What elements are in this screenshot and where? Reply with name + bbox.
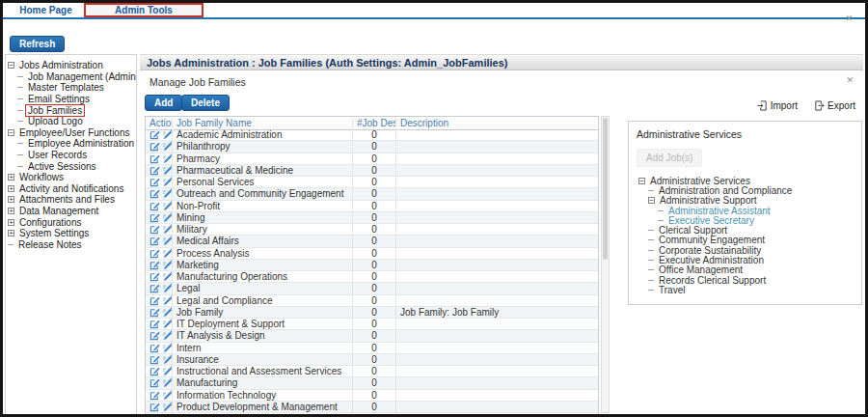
- table-row[interactable]: Non-Profit 0: [146, 201, 598, 212]
- tree-item-label[interactable]: Employee/User Functions: [17, 127, 132, 138]
- edit-icon[interactable]: [149, 141, 160, 152]
- edit-icon[interactable]: [149, 330, 160, 341]
- edit-icon[interactable]: [149, 212, 160, 223]
- tree-item-label[interactable]: Configurations: [17, 217, 83, 228]
- tree-item[interactable]: + Activity and Notifications: [6, 183, 136, 195]
- add-button[interactable]: Add: [145, 95, 182, 111]
- edit-description-icon[interactable]: [162, 141, 172, 152]
- tree-item-label[interactable]: Jobs Administration: [17, 60, 105, 70]
- edit-description-icon[interactable]: [162, 212, 172, 223]
- edit-description-icon[interactable]: [162, 295, 172, 306]
- edit-description-icon[interactable]: [162, 224, 172, 235]
- table-row[interactable]: Intern 0: [146, 343, 598, 354]
- tree-item-label[interactable]: Job Families: [26, 105, 84, 116]
- add-jobs-button[interactable]: Add Job(s): [637, 149, 702, 167]
- tree-expand-icon[interactable]: [648, 280, 654, 281]
- edit-icon[interactable]: [149, 165, 160, 176]
- tree-expand-icon[interactable]: [648, 260, 654, 261]
- refresh-button[interactable]: Refresh: [10, 36, 65, 52]
- tree-item[interactable]: + System Settings: [6, 228, 136, 239]
- tree-item-label[interactable]: System Settings: [17, 228, 91, 238]
- tree-expand-icon[interactable]: [648, 239, 654, 240]
- tree-item-label[interactable]: Data Management: [17, 206, 100, 216]
- edit-icon[interactable]: [149, 377, 160, 388]
- table-row[interactable]: IT Analysis & Design 0: [146, 330, 598, 342]
- delete-button[interactable]: Delete: [181, 95, 230, 111]
- edit-description-icon[interactable]: [162, 260, 172, 270]
- edit-description-icon[interactable]: [162, 390, 172, 401]
- tree-item[interactable]: Corporate Sustainability: [637, 245, 854, 255]
- edit-icon[interactable]: [149, 319, 160, 329]
- tree-expand-icon[interactable]: [648, 230, 654, 231]
- tree-item[interactable]: Release Notes: [6, 239, 136, 251]
- tree-expand-icon[interactable]: [17, 98, 23, 99]
- table-row[interactable]: Instructional and Assessment Services 0: [146, 366, 598, 377]
- window-close-icon[interactable]: ✕: [845, 14, 853, 23]
- tree-expand-icon[interactable]: [17, 166, 23, 167]
- export-link[interactable]: Export: [814, 100, 855, 111]
- edit-description-icon[interactable]: [162, 188, 172, 199]
- tree-expand-icon[interactable]: −: [648, 197, 655, 204]
- scrollbar-thumb[interactable]: [603, 118, 608, 260]
- edit-description-icon[interactable]: [162, 129, 172, 140]
- edit-icon[interactable]: [149, 295, 160, 306]
- tree-item[interactable]: Upload Logo: [6, 116, 136, 127]
- tree-expand-icon[interactable]: +: [8, 208, 14, 214]
- table-row[interactable]: Legal and Compliance 0: [146, 295, 598, 307]
- tree-item[interactable]: Job Families: [6, 104, 136, 116]
- table-row[interactable]: Insurance 0: [146, 354, 598, 366]
- import-link[interactable]: Import: [757, 100, 798, 111]
- tree-expand-icon[interactable]: +: [8, 219, 14, 226]
- tree-item[interactable]: Office Management: [637, 265, 854, 275]
- edit-description-icon[interactable]: [162, 330, 172, 341]
- tree-expand-icon[interactable]: −: [8, 62, 14, 69]
- tree-item-label[interactable]: Travel: [657, 285, 687, 295]
- table-row[interactable]: Medical Affairs 0: [146, 236, 598, 247]
- table-row[interactable]: Legal 0: [146, 283, 598, 294]
- table-row[interactable]: Philanthropy 0: [146, 141, 598, 153]
- edit-icon[interactable]: [149, 260, 160, 270]
- edit-description-icon[interactable]: [162, 307, 172, 318]
- tree-item[interactable]: − Jobs Administration: [6, 60, 136, 71]
- tree-expand-icon[interactable]: −: [638, 178, 645, 184]
- tree-item-label[interactable]: Master Templates: [26, 82, 106, 93]
- tree-expand-icon[interactable]: [648, 190, 654, 191]
- tree-item-label[interactable]: Attachments and Files: [17, 194, 117, 205]
- edit-icon[interactable]: [149, 153, 160, 164]
- tree-item-label[interactable]: Active Sessions: [26, 161, 98, 172]
- tree-expand-icon[interactable]: [8, 244, 14, 245]
- tree-item[interactable]: Job Management (Admin): [6, 71, 136, 83]
- tree-item[interactable]: Executive Secretary: [637, 215, 854, 225]
- edit-icon[interactable]: [149, 201, 160, 211]
- edit-icon[interactable]: [149, 177, 160, 187]
- tab-home-page[interactable]: Home Page: [8, 3, 85, 17]
- tree-expand-icon[interactable]: [17, 110, 23, 111]
- table-row[interactable]: Personal Services 0: [146, 177, 598, 188]
- table-row[interactable]: [146, 413, 598, 414]
- edit-description-icon[interactable]: [162, 271, 172, 282]
- tree-item-label[interactable]: Employee Administration: [26, 138, 136, 149]
- tree-expand-icon[interactable]: +: [8, 174, 14, 181]
- tree-item[interactable]: − Administrative Support: [637, 196, 854, 206]
- tree-item[interactable]: Community Engagement: [637, 236, 854, 245]
- edit-description-icon[interactable]: [162, 283, 172, 293]
- tree-item[interactable]: Administration and Compliance: [637, 185, 854, 195]
- tree-item[interactable]: Master Templates: [6, 82, 136, 94]
- edit-description-icon[interactable]: [162, 165, 172, 176]
- tree-item[interactable]: Active Sessions: [6, 160, 136, 172]
- edit-icon[interactable]: [149, 343, 160, 353]
- table-row[interactable]: Pharmaceutical & Medicine 0: [146, 165, 598, 177]
- edit-description-icon[interactable]: [162, 319, 172, 329]
- tree-expand-icon[interactable]: [658, 210, 664, 211]
- tree-expand-icon[interactable]: [648, 290, 654, 291]
- tree-expand-icon[interactable]: [17, 143, 23, 144]
- panel-close-icon[interactable]: ✕: [846, 75, 854, 85]
- edit-description-icon[interactable]: [162, 153, 172, 164]
- tree-expand-icon[interactable]: [658, 220, 664, 221]
- table-row[interactable]: IT Deployment & Support 0: [146, 319, 598, 330]
- tree-expand-icon[interactable]: [648, 269, 654, 270]
- edit-icon[interactable]: [149, 283, 160, 293]
- tree-item[interactable]: Employee Administration: [6, 138, 136, 150]
- tree-expand-icon[interactable]: +: [8, 185, 14, 192]
- table-row[interactable]: Process Analysis 0: [146, 248, 598, 260]
